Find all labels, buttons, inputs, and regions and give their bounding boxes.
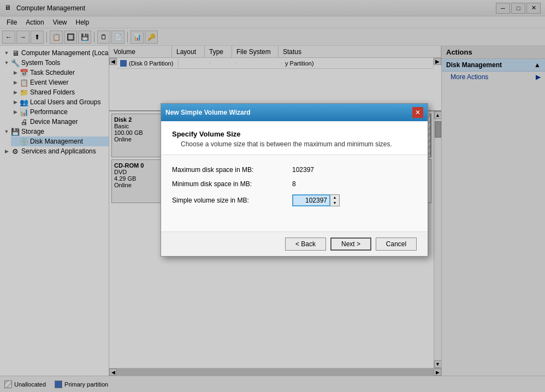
dialog-close-button[interactable]: ✕: [412, 107, 423, 118]
dialog-section-title: Specify Volume Size: [172, 130, 417, 138]
dialog-title-bar: New Simple Volume Wizard ✕: [161, 104, 428, 121]
max-disk-label: Maximum disk space in MB:: [172, 166, 292, 174]
cancel-button[interactable]: Cancel: [376, 237, 417, 251]
volume-size-spinner: ▲ ▼: [292, 194, 340, 206]
dialog-section-desc: Choose a volume size that is between the…: [181, 140, 417, 148]
spinner-down[interactable]: ▼: [330, 200, 339, 206]
max-disk-row: Maximum disk space in MB: 102397: [172, 166, 417, 174]
min-disk-value: 8: [292, 180, 296, 188]
dialog-title: New Simple Volume Wizard: [165, 109, 251, 116]
dialog: New Simple Volume Wizard ✕ Specify Volum…: [161, 103, 428, 257]
spinner-up[interactable]: ▲: [330, 195, 339, 200]
back-button[interactable]: < Back: [285, 237, 326, 251]
max-disk-value: 102397: [292, 166, 314, 174]
min-disk-label: Minimum disk space in MB:: [172, 180, 292, 188]
volume-size-label: Simple volume size in MB:: [172, 197, 292, 204]
dialog-body: Specify Volume Size Choose a volume size…: [161, 121, 428, 231]
min-disk-row: Minimum disk space in MB: 8: [172, 180, 417, 188]
dialog-header-section: Specify Volume Size Choose a volume size…: [161, 121, 428, 155]
dialog-overlay: New Simple Volume Wizard ✕ Specify Volum…: [0, 0, 545, 392]
spinner-arrows: ▲ ▼: [330, 194, 340, 206]
next-button[interactable]: Next >: [330, 237, 371, 251]
dialog-footer: < Back Next > Cancel: [161, 231, 428, 256]
volume-size-row: Simple volume size in MB: ▲ ▼: [172, 194, 417, 206]
dialog-content: Maximum disk space in MB: 102397 Minimum…: [161, 155, 428, 231]
volume-size-input[interactable]: [292, 194, 330, 206]
